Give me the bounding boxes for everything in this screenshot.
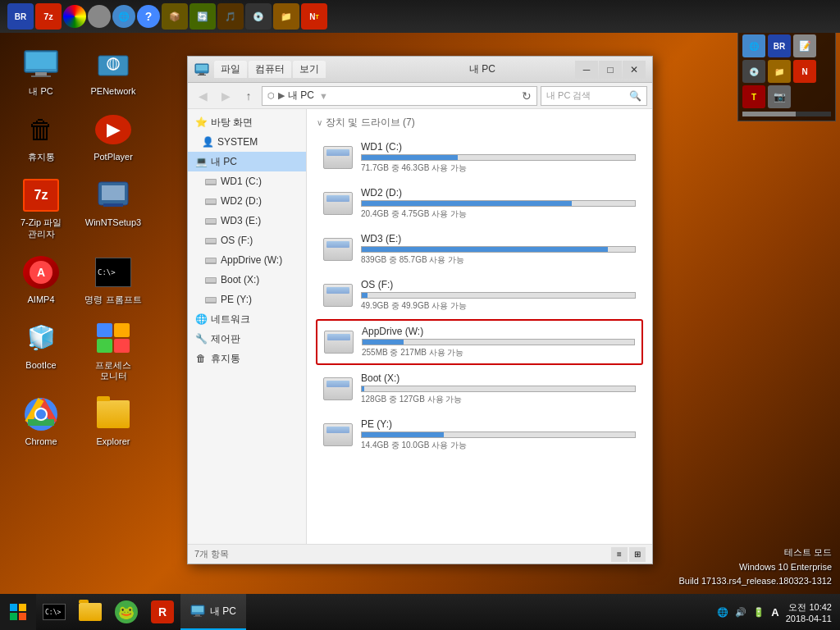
- taskbar-top-icon-paint[interactable]: [63, 5, 86, 28]
- drive-info-wd3e: WD3 (E:) 839GB 중 85.7GB 사용 가능: [361, 233, 636, 266]
- drive-item-osf[interactable]: OS (F:) 49.9GB 중 49.9GB 사용 가능: [317, 274, 642, 317]
- taskbar-top-icon-disc[interactable]: 💿: [245, 3, 272, 30]
- desktop-icon-bootice[interactable]: 🧊 BootIce: [8, 315, 74, 385]
- desktop-icon-penetwork-label: PENetwork: [90, 86, 135, 97]
- mypc-taskbar-icon: [190, 605, 205, 618]
- network-icon: 🌐: [194, 313, 208, 326]
- desktop-icon-procmon[interactable]: 프로세스모니터: [80, 315, 146, 385]
- folder-icon: [79, 603, 102, 621]
- sidebar-item-pey[interactable]: PE (Y:): [188, 290, 306, 309]
- desktop-icon-chrome[interactable]: Chrome: [8, 391, 74, 450]
- taskbar-cmd-button[interactable]: C:\>: [36, 594, 72, 630]
- taskbar-top-icon-3[interactable]: [88, 5, 111, 28]
- desktop-icon-bootice-label: BootIce: [25, 360, 56, 371]
- drive-item-pey[interactable]: PE (Y:) 14.4GB 중 10.0GB 사용 가능: [317, 413, 642, 456]
- nav-forward-button[interactable]: ▶: [216, 86, 235, 106]
- sidebar: ⭐ 바탕 화면 👤 SYSTEM 💻 내 PC WD1 (C:): [188, 109, 307, 544]
- window-app-icon: [194, 62, 209, 77]
- tr-icon-disc[interactable]: 💿: [742, 60, 765, 83]
- tab-file[interactable]: 파일: [214, 61, 247, 78]
- desktop-icon-recycle[interactable]: 🗑 휴지통: [8, 107, 74, 166]
- svg-rect-32: [206, 298, 216, 302]
- taskbar-top-icon-folder[interactable]: 📁: [273, 3, 299, 30]
- search-bar[interactable]: 내 PC 검색 🔍: [541, 86, 647, 106]
- sidebar-item-bootx[interactable]: Boot (X:): [188, 270, 306, 290]
- sidebar-item-mypc[interactable]: 💻 내 PC: [188, 152, 306, 171]
- desktop-icon-aimp4[interactable]: A AIMP4: [8, 249, 74, 308]
- taskbar-frog-button[interactable]: 🐸: [108, 594, 144, 630]
- taskbar-r-button[interactable]: R: [144, 594, 180, 630]
- desktop-icon-explorer-label: Explorer: [97, 436, 130, 447]
- tab-view[interactable]: 보기: [293, 61, 326, 78]
- tr-icon-net[interactable]: 🌐: [742, 34, 765, 57]
- tr-icon-br[interactable]: BR: [768, 34, 791, 57]
- sidebar-item-network[interactable]: 🌐 네트워크: [188, 309, 306, 329]
- status-count: 7개 항목: [194, 548, 229, 560]
- taskbar-top-icon-4[interactable]: 🌐: [112, 5, 135, 28]
- sidebar-item-system[interactable]: 👤 SYSTEM: [188, 132, 306, 152]
- desktop-icon-penetwork[interactable]: PENetwork: [80, 41, 146, 100]
- window-toolbar: ◀ ▶ ↑ ⬡ ▶ 내 PC ▼ ↻ 내 PC 검색 🔍: [188, 83, 652, 109]
- drive-item-wd2d[interactable]: WD2 (D:) 20.4GB 중 4.75GB 사용 가능: [317, 182, 642, 225]
- svg-rect-20: [206, 180, 216, 184]
- taskbar-top-icon-7z[interactable]: 7z: [35, 3, 62, 30]
- taskbar-clock[interactable]: 오전 10:42 2018-04-11: [786, 601, 832, 623]
- taskbar-top-icon-nt[interactable]: NT: [301, 3, 327, 30]
- tr-icon-edit[interactable]: 📝: [793, 34, 816, 57]
- nav-up-button[interactable]: ↑: [239, 86, 258, 106]
- tr-icon-cam[interactable]: 📷: [768, 85, 791, 108]
- drive-bar-container-wd3e: [361, 246, 636, 253]
- tr-icon-nt-n[interactable]: N: [793, 60, 816, 83]
- drive-info-wd1c: WD1 (C:) 71.7GB 중 46.3GB 사용 가능: [361, 141, 636, 174]
- taskbar-date: 2018-04-11: [786, 614, 832, 623]
- sidebar-item-osf[interactable]: OS (F:): [188, 231, 306, 250]
- sidebar-item-favorites[interactable]: ⭐ 바탕 화면: [188, 112, 306, 132]
- tr-icon-nt-t[interactable]: T: [742, 85, 765, 108]
- sidebar-item-wd2d[interactable]: WD2 (D:): [188, 191, 306, 211]
- desktop-icon-cmd[interactable]: C:\> 명령 프롬프트: [80, 249, 146, 308]
- svg-rect-24: [206, 219, 216, 223]
- drive-osf-icon: [204, 234, 217, 247]
- sidebar-item-wd3e[interactable]: WD3 (E:): [188, 211, 306, 231]
- nav-back-button[interactable]: ◀: [193, 86, 212, 106]
- drive-item-appdrivew[interactable]: AppDrive (W:) 255MB 중 217MB 사용 가능: [317, 320, 642, 364]
- desktop-icon-winntsetup[interactable]: WinNTSetup3: [80, 172, 146, 242]
- taskbar-top-icon-br[interactable]: BR: [7, 3, 34, 30]
- system-mode: 테스트 모드: [678, 546, 832, 560]
- drive-item-wd1c[interactable]: WD1 (C:) 71.7GB 중 46.3GB 사용 가능: [317, 136, 642, 179]
- drive-bar-container-appdrivew: [362, 339, 635, 345]
- tab-computer[interactable]: 컴퓨터: [249, 61, 291, 78]
- desktop-icon-potplayer[interactable]: ▶ PotPlayer: [80, 107, 146, 166]
- start-button[interactable]: [0, 594, 36, 630]
- svg-rect-34: [192, 606, 203, 612]
- desktop-icon-mypc[interactable]: 내 PC: [8, 41, 74, 100]
- taskbar-top-icon-pkg[interactable]: 📦: [162, 3, 188, 30]
- drive-bar-container-osf: [361, 292, 636, 299]
- status-bar: 7개 항목 ≡ ⊞: [188, 544, 652, 564]
- tr-icon-folder2[interactable]: 📁: [768, 60, 791, 83]
- refresh-button[interactable]: ↻: [522, 89, 532, 103]
- sidebar-item-wd1c[interactable]: WD1 (C:): [188, 171, 306, 191]
- window-close-button[interactable]: ✕: [623, 61, 646, 79]
- taskbar-top-icon-refresh[interactable]: 🔄: [189, 3, 216, 30]
- desktop-icon-7zip[interactable]: 7z 7-Zip 파일관리자: [8, 172, 74, 242]
- drive-bar-wd1c: [362, 155, 458, 160]
- taskbar-top: BR 7z 🌐 ? 📦 🔄 🎵 💿 📁 NT: [0, 0, 840, 33]
- taskbar-top-icon-help[interactable]: ?: [137, 5, 160, 28]
- taskbar-top-icon-music[interactable]: 🎵: [217, 3, 244, 30]
- view-grid-button[interactable]: ⊞: [629, 547, 646, 562]
- drive-item-wd3e[interactable]: WD3 (E:) 839GB 중 85.7GB 사용 가능: [317, 228, 642, 271]
- taskbar-folder-button[interactable]: [72, 594, 108, 630]
- sidebar-item-control[interactable]: 🔧 제어판: [188, 329, 306, 349]
- desktop-icon-explorer[interactable]: Explorer: [80, 391, 146, 450]
- window-minimize-button[interactable]: ─: [575, 61, 598, 79]
- taskbar-mypc-button[interactable]: 내 PC: [180, 594, 246, 630]
- desktop-icon-aimp4-label: AIMP4: [27, 294, 54, 305]
- drive-item-bootx[interactable]: Boot (X:) 128GB 중 127GB 사용 가능: [317, 368, 642, 410]
- drive-pey-icon: [204, 293, 217, 306]
- sidebar-item-appdrive[interactable]: AppDrive (W:): [188, 250, 306, 270]
- sidebar-item-recycle[interactable]: 🗑 휴지통: [188, 349, 306, 368]
- view-list-button[interactable]: ≡: [611, 547, 628, 562]
- window-maximize-button[interactable]: □: [599, 61, 622, 79]
- address-bar[interactable]: ⬡ ▶ 내 PC ▼ ↻: [262, 86, 537, 106]
